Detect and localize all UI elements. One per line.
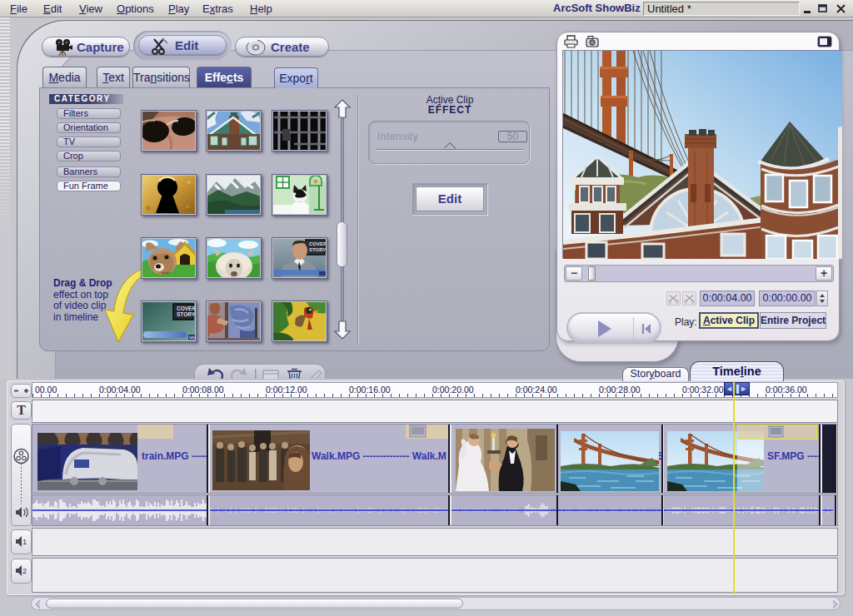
svg-text:2: 2 [22,567,27,575]
svg-text:NEWS: NEWS [189,335,196,340]
svg-text:STORY: STORY [309,247,326,252]
svg-text:COVER: COVER [177,306,196,311]
svg-text:STORY: STORY [177,311,196,317]
svg-text:COVER: COVER [309,241,327,246]
svg-text:1: 1 [22,538,27,546]
